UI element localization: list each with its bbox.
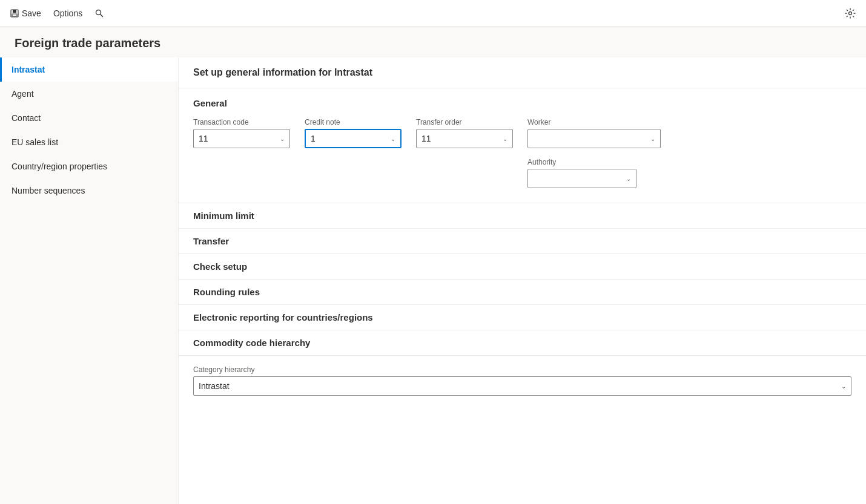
content-area: Intrastat Agent Contact EU sales list Co… bbox=[0, 57, 866, 504]
transaction-code-group: Transaction code 11 ⌄ bbox=[193, 118, 290, 148]
commodity-code-fields: Category hierarchy Intrastat ⌄ bbox=[179, 356, 866, 410]
svg-point-5 bbox=[849, 11, 852, 15]
minimum-limit-section[interactable]: Minimum limit bbox=[179, 203, 866, 229]
save-label: Save bbox=[22, 8, 41, 18]
sidebar-item-label: Number sequences bbox=[12, 186, 85, 195]
chevron-down-icon: ⌄ bbox=[391, 136, 395, 142]
chevron-down-icon: ⌄ bbox=[626, 175, 631, 182]
transfer-section[interactable]: Transfer bbox=[179, 229, 866, 254]
search-icon bbox=[94, 8, 104, 18]
svg-point-3 bbox=[96, 10, 101, 15]
category-hierarchy-group: Category hierarchy Intrastat ⌄ bbox=[193, 365, 851, 396]
chevron-down-icon: ⌄ bbox=[280, 136, 285, 142]
minimum-limit-title: Minimum limit bbox=[193, 211, 254, 221]
page-layout: Foreign trade parameters Intrastat Agent… bbox=[0, 27, 866, 504]
transaction-code-select[interactable]: 11 ⌄ bbox=[193, 129, 290, 148]
sidebar-item-intrastat[interactable]: Intrastat bbox=[0, 57, 178, 82]
credit-note-label: Credit note bbox=[305, 118, 402, 126]
check-setup-section[interactable]: Check setup bbox=[179, 254, 866, 280]
transfer-order-select[interactable]: 11 ⌄ bbox=[416, 129, 513, 148]
general-section: General Transaction code 11 ⌄ Credit not… bbox=[179, 88, 866, 203]
credit-note-select[interactable]: 1 ⌄ bbox=[305, 129, 402, 148]
sidebar-item-country-region[interactable]: Country/region properties bbox=[0, 154, 178, 178]
transaction-code-label: Transaction code bbox=[193, 118, 290, 126]
svg-line-4 bbox=[101, 14, 103, 16]
options-label: Options bbox=[53, 8, 82, 18]
credit-note-value: 1 bbox=[311, 134, 316, 143]
search-button[interactable] bbox=[92, 6, 107, 21]
toolbar: Save Options bbox=[0, 0, 866, 27]
commodity-code-section-header[interactable]: Commodity code hierarchy bbox=[179, 330, 866, 356]
general-title: General bbox=[193, 98, 851, 108]
chevron-down-icon: ⌄ bbox=[841, 383, 846, 390]
svg-rect-1 bbox=[13, 10, 16, 13]
main-heading: Set up general information for Intrastat bbox=[179, 57, 866, 88]
check-setup-title: Check setup bbox=[193, 261, 247, 272]
save-button[interactable]: Save bbox=[5, 6, 46, 21]
category-hierarchy-select[interactable]: Intrastat ⌄ bbox=[193, 376, 851, 396]
fields-row: Transaction code 11 ⌄ Credit note 1 ⌄ bbox=[193, 118, 851, 148]
authority-group: Authority⌄ bbox=[527, 158, 636, 188]
rounding-rules-section[interactable]: Rounding rules bbox=[179, 280, 866, 305]
options-button[interactable]: Options bbox=[48, 6, 87, 21]
electronic-reporting-title: Electronic reporting for countries/regio… bbox=[193, 312, 373, 322]
sidebar-item-label: Contact bbox=[12, 113, 41, 123]
page-title: Foreign trade parameters bbox=[0, 27, 866, 57]
chevron-down-icon: ⌄ bbox=[503, 136, 507, 142]
category-hierarchy-label: Category hierarchy bbox=[193, 365, 851, 374]
settings-button[interactable] bbox=[839, 5, 861, 22]
sidebar-item-agent[interactable]: Agent bbox=[0, 82, 178, 106]
sidebar-item-label: Agent bbox=[12, 89, 34, 99]
svg-rect-2 bbox=[12, 14, 17, 16]
rounding-rules-title: Rounding rules bbox=[193, 287, 260, 297]
electronic-reporting-section[interactable]: Electronic reporting for countries/regio… bbox=[179, 305, 866, 330]
transaction-code-value: 11 bbox=[199, 134, 208, 143]
sidebar: Intrastat Agent Contact EU sales list Co… bbox=[0, 57, 179, 504]
main-content: Set up general information for Intrastat… bbox=[179, 57, 866, 504]
category-hierarchy-value: Intrastat bbox=[199, 381, 230, 391]
transfer-title: Transfer bbox=[193, 236, 229, 246]
transfer-order-label: Transfer order bbox=[416, 118, 513, 126]
sidebar-item-number-sequences[interactable]: Number sequences bbox=[0, 178, 178, 203]
authority-select[interactable]: ⌄ bbox=[527, 169, 636, 188]
fields-row-2: Authority⌄ bbox=[193, 158, 851, 188]
commodity-code-title: Commodity code hierarchy bbox=[193, 338, 310, 348]
sidebar-item-eu-sales-list[interactable]: EU sales list bbox=[0, 130, 178, 154]
settings-icon bbox=[844, 7, 856, 19]
credit-note-group: Credit note 1 ⌄ bbox=[305, 118, 402, 148]
chevron-down-icon: ⌄ bbox=[650, 136, 655, 142]
save-icon bbox=[10, 8, 19, 18]
worker-label: Worker bbox=[527, 118, 661, 126]
sidebar-item-label: Intrastat bbox=[12, 65, 45, 74]
transfer-order-value: 11 bbox=[421, 134, 431, 143]
transfer-order-group: Transfer order 11 ⌄ bbox=[416, 118, 513, 148]
sidebar-item-contact[interactable]: Contact bbox=[0, 106, 178, 130]
worker-select[interactable]: ⌄ bbox=[527, 129, 661, 148]
authority-label: Authority bbox=[527, 158, 636, 166]
sidebar-item-label: EU sales list bbox=[12, 137, 58, 147]
worker-group: Worker ⌄ bbox=[527, 118, 661, 148]
sidebar-item-label: Country/region properties bbox=[12, 162, 107, 171]
